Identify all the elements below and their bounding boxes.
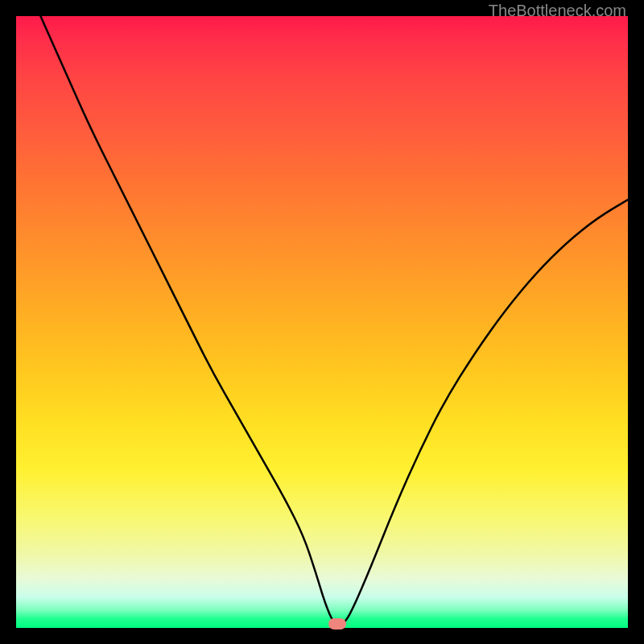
bottleneck-curve bbox=[40, 16, 628, 625]
curve-svg bbox=[16, 16, 628, 628]
plot-area bbox=[16, 16, 628, 628]
chart-container: TheBottleneck.com bbox=[0, 0, 644, 644]
minimum-marker bbox=[328, 618, 346, 630]
watermark-text: TheBottleneck.com bbox=[489, 2, 626, 20]
